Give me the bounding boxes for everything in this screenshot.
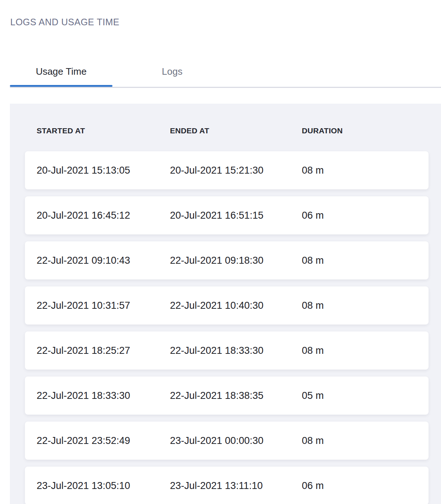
table-header-row: STARTED AT ENDED AT DURATION (25, 126, 429, 135)
cell-started-at: 22-Jul-2021 10:31:57 (37, 300, 170, 311)
usage-time-panel: STARTED AT ENDED AT DURATION 20-Jul-2021… (10, 104, 441, 504)
cell-ended-at: 22-Jul-2021 18:33:30 (170, 345, 302, 356)
cell-ended-at: 22-Jul-2021 10:40:30 (170, 300, 302, 311)
cell-duration: 06 m (302, 210, 429, 221)
cell-duration: 08 m (302, 300, 429, 311)
cell-started-at: 22-Jul-2021 18:33:30 (37, 390, 170, 401)
table-row: 20-Jul-2021 15:13:05 20-Jul-2021 15:21:3… (25, 151, 429, 189)
active-tab-indicator (10, 85, 112, 87)
cell-started-at: 22-Jul-2021 23:52:49 (37, 435, 170, 446)
table-row: 22-Jul-2021 23:52:49 23-Jul-2021 00:00:3… (25, 422, 429, 460)
column-header-started-at: STARTED AT (37, 126, 170, 135)
page-title: LOGS AND USAGE TIME (10, 17, 119, 27)
cell-ended-at: 20-Jul-2021 16:51:15 (170, 210, 302, 221)
tab-bar: Usage Time Logs (10, 61, 232, 82)
usage-table-body: 20-Jul-2021 15:13:05 20-Jul-2021 15:21:3… (25, 151, 429, 504)
column-header-duration: DURATION (302, 126, 429, 135)
cell-duration: 08 m (302, 435, 429, 446)
tab-usage-time[interactable]: Usage Time (10, 61, 112, 82)
cell-started-at: 20-Jul-2021 16:45:12 (37, 210, 170, 221)
cell-started-at: 22-Jul-2021 18:25:27 (37, 345, 170, 356)
cell-started-at: 23-Jul-2021 13:05:10 (37, 480, 170, 492)
tab-divider (10, 87, 441, 88)
cell-ended-at: 20-Jul-2021 15:21:30 (170, 165, 302, 176)
cell-ended-at: 22-Jul-2021 09:18:30 (170, 255, 302, 266)
cell-duration: 06 m (302, 480, 429, 492)
table-row: 22-Jul-2021 09:10:43 22-Jul-2021 09:18:3… (25, 241, 429, 279)
cell-ended-at: 23-Jul-2021 00:00:30 (170, 435, 302, 446)
table-row: 20-Jul-2021 16:45:12 20-Jul-2021 16:51:1… (25, 196, 429, 234)
column-header-ended-at: ENDED AT (170, 126, 302, 135)
table-row: 22-Jul-2021 10:31:57 22-Jul-2021 10:40:3… (25, 286, 429, 325)
cell-duration: 08 m (302, 345, 429, 356)
cell-duration: 05 m (302, 390, 429, 401)
table-row: 23-Jul-2021 13:05:10 23-Jul-2021 13:11:1… (25, 467, 429, 504)
cell-duration: 08 m (302, 255, 429, 266)
table-row: 22-Jul-2021 18:25:27 22-Jul-2021 18:33:3… (25, 331, 429, 370)
cell-ended-at: 22-Jul-2021 18:38:35 (170, 390, 302, 401)
cell-duration: 08 m (302, 165, 429, 176)
tab-logs[interactable]: Logs (112, 61, 232, 82)
cell-started-at: 22-Jul-2021 09:10:43 (37, 255, 170, 266)
table-row: 22-Jul-2021 18:33:30 22-Jul-2021 18:38:3… (25, 377, 429, 415)
cell-started-at: 20-Jul-2021 15:13:05 (37, 165, 170, 176)
cell-ended-at: 23-Jul-2021 13:11:10 (170, 480, 302, 492)
